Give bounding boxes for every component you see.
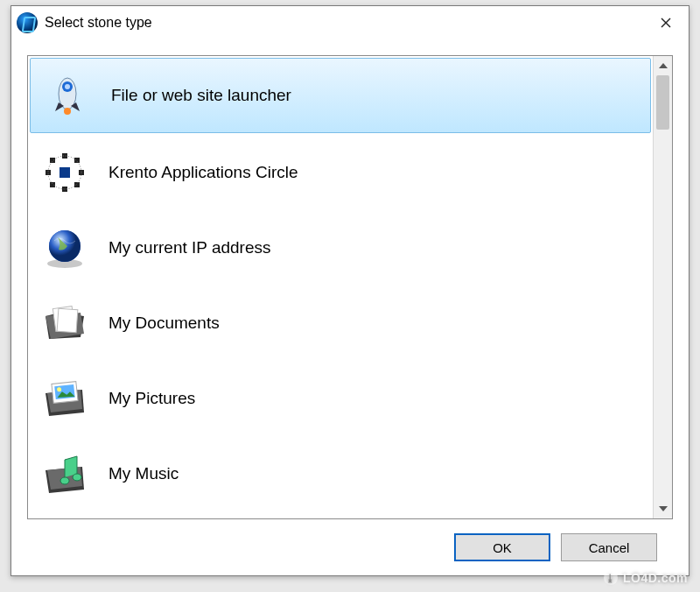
list-item-label: My Pictures (108, 389, 195, 408)
list-item-label: My current IP address (108, 238, 271, 257)
dialog-window: Select stone type (10, 5, 690, 576)
rocket-icon (43, 71, 92, 120)
list-item-label: My Music (108, 464, 178, 483)
list-item[interactable]: My current IP address (28, 210, 653, 285)
documents-folder-icon (40, 299, 89, 348)
vertical-scrollbar[interactable] (653, 56, 672, 518)
svg-rect-12 (74, 158, 80, 163)
chevron-down-icon (659, 506, 668, 511)
list-item-label: My Documents (108, 314, 220, 333)
dialog-buttons: OK Cancel (27, 519, 673, 575)
svg-rect-20 (57, 308, 78, 332)
cancel-button[interactable]: Cancel (561, 533, 657, 561)
ok-button[interactable]: OK (454, 533, 550, 561)
list-item-label: Krento Applications Circle (108, 163, 298, 182)
globe-icon (40, 223, 89, 272)
svg-point-4 (65, 84, 70, 89)
list-item[interactable]: File or web site launcher (30, 58, 651, 133)
watermark-icon: ⭳ (604, 571, 618, 585)
svg-rect-7 (62, 153, 67, 159)
svg-rect-6 (60, 167, 70, 178)
close-icon (661, 18, 671, 28)
close-button[interactable] (643, 6, 689, 39)
list-viewport: File or web site launcher (28, 56, 653, 518)
svg-rect-13 (50, 182, 55, 187)
watermark: ⭳ LO4D.com (604, 571, 688, 585)
button-label: Cancel (589, 540, 630, 555)
svg-rect-22 (54, 384, 74, 399)
list-item[interactable]: Krento Applications Circle (28, 135, 653, 210)
titlebar: Select stone type (11, 6, 689, 39)
svg-point-5 (64, 108, 71, 115)
watermark-text: LO4D.com (623, 571, 688, 585)
pictures-folder-icon (40, 374, 89, 423)
list-item[interactable]: My Pictures (28, 361, 653, 436)
app-circle-icon (40, 148, 89, 197)
button-label: OK (493, 540, 512, 555)
stone-type-list[interactable]: File or web site launcher (27, 55, 673, 519)
list-item[interactable]: My Documents (28, 285, 653, 361)
music-folder-icon (40, 449, 89, 498)
app-icon (17, 12, 38, 33)
window-title: Select stone type (45, 15, 152, 31)
svg-rect-14 (74, 182, 80, 187)
list-item[interactable]: My Music (28, 436, 653, 511)
list-item-label: File or web site launcher (111, 86, 291, 105)
scroll-down-button[interactable] (654, 499, 672, 518)
scroll-up-button[interactable] (654, 56, 672, 75)
client-area: File or web site launcher (11, 39, 689, 575)
chevron-up-icon (659, 63, 668, 68)
scroll-track[interactable] (654, 75, 672, 499)
scroll-thumb[interactable] (656, 75, 669, 130)
svg-rect-11 (50, 158, 55, 163)
